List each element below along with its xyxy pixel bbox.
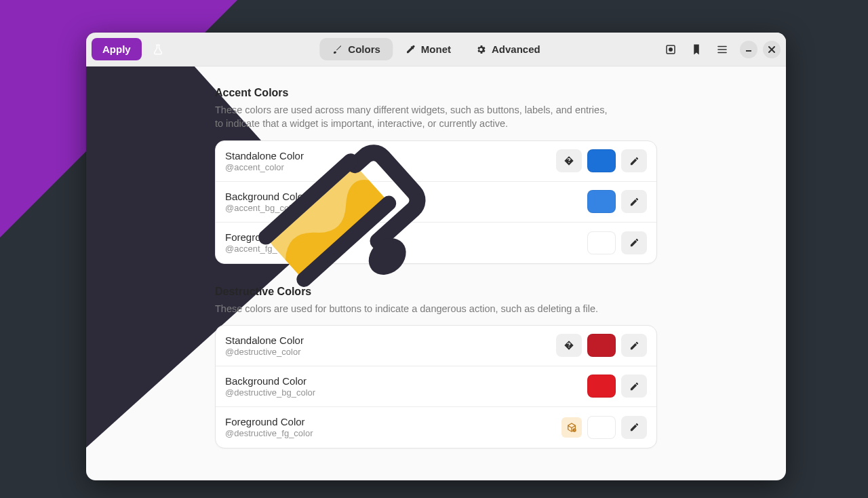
flatpak-badge[interactable]: i xyxy=(561,417,582,438)
package-icon: i xyxy=(566,422,577,433)
row-title: Foreground Color xyxy=(225,231,587,243)
app-window: Apply Colors Monet Advanced xyxy=(86,33,786,480)
edit-button[interactable] xyxy=(621,375,647,398)
destructive-standalone-row: Standalone Color @destructive_color xyxy=(216,326,656,366)
color-swatch[interactable] xyxy=(587,416,616,439)
section-desc-destructive: These colors are used for buttons to ind… xyxy=(215,302,615,315)
tab-monet-label: Monet xyxy=(421,43,451,55)
accent-foreground-row: Foreground Color @accent_fg_color xyxy=(216,223,656,263)
pencil-icon xyxy=(629,197,639,207)
header-bar: Apply Colors Monet Advanced xyxy=(86,33,786,66)
destructive-foreground-row: Foreground Color @destructive_fg_color i xyxy=(216,407,656,448)
accent-background-row: Background Color @accent_bg_color xyxy=(216,182,656,223)
tab-colors[interactable]: Colors xyxy=(319,38,393,60)
row-subtitle: @destructive_bg_color xyxy=(225,387,587,398)
row-title: Background Color xyxy=(225,375,587,387)
minimize-icon xyxy=(745,46,752,53)
row-subtitle: @destructive_fg_color xyxy=(225,428,561,438)
color-swatch[interactable] xyxy=(587,231,616,254)
info-button[interactable] xyxy=(556,334,582,357)
beaker-icon-button[interactable] xyxy=(146,37,170,62)
pencil-icon xyxy=(629,237,639,248)
tab-colors-label: Colors xyxy=(348,43,380,55)
close-button[interactable] xyxy=(763,41,781,58)
edit-button[interactable] xyxy=(621,149,647,172)
menu-button[interactable] xyxy=(710,37,734,62)
destructive-background-row: Background Color @destructive_bg_color xyxy=(216,366,656,407)
tab-switcher: Colors Monet Advanced xyxy=(319,38,552,60)
row-subtitle: @accent_bg_color xyxy=(225,203,587,213)
destructive-card: Standalone Color @destructive_color Back… xyxy=(215,325,657,448)
row-title: Foreground Color xyxy=(225,416,561,427)
beaker-icon xyxy=(152,43,164,56)
svg-point-1 xyxy=(669,47,673,51)
row-title: Standalone Color xyxy=(225,334,556,346)
tab-monet[interactable]: Monet xyxy=(393,38,463,60)
tab-advanced[interactable]: Advanced xyxy=(463,38,553,60)
row-subtitle: @accent_fg_color xyxy=(225,244,587,254)
color-swatch[interactable] xyxy=(587,190,616,213)
eyedropper-icon xyxy=(405,44,416,55)
pencil-icon xyxy=(629,381,639,391)
palette-button[interactable] xyxy=(684,37,709,62)
row-subtitle: @accent_color xyxy=(225,162,556,172)
brush-icon xyxy=(332,44,342,55)
color-swatch[interactable] xyxy=(587,334,616,357)
pencil-icon xyxy=(629,422,639,432)
color-swatch[interactable] xyxy=(587,149,616,172)
gear-icon xyxy=(475,44,486,55)
layers-icon xyxy=(665,43,677,56)
accent-standalone-row: Standalone Color @accent_color xyxy=(216,141,656,182)
edit-button[interactable] xyxy=(621,190,647,213)
question-icon xyxy=(564,155,574,166)
edit-button[interactable] xyxy=(621,416,647,439)
presets-button[interactable] xyxy=(658,37,683,62)
question-icon xyxy=(564,340,574,351)
color-swatch[interactable] xyxy=(587,375,616,398)
palette-icon xyxy=(690,43,703,56)
row-title: Standalone Color xyxy=(225,150,556,161)
content-area: Accent Colors These colors are used acro… xyxy=(86,66,786,480)
accent-card: Standalone Color @accent_color Backgroun… xyxy=(215,140,657,264)
edit-button[interactable] xyxy=(621,231,647,254)
section-title-accent: Accent Colors xyxy=(215,87,657,99)
tab-advanced-label: Advanced xyxy=(492,43,540,55)
row-title: Background Color xyxy=(225,191,587,202)
section-desc-accent: These colors are used across many differ… xyxy=(215,103,615,131)
hamburger-icon xyxy=(716,43,728,56)
edit-button[interactable] xyxy=(621,334,647,357)
minimize-button[interactable] xyxy=(740,41,757,58)
pencil-icon xyxy=(629,156,639,166)
section-title-destructive: Destructive Colors xyxy=(215,286,657,298)
pencil-icon xyxy=(629,341,639,351)
close-icon xyxy=(768,46,775,53)
row-subtitle: @destructive_color xyxy=(225,347,556,357)
apply-button[interactable]: Apply xyxy=(92,38,142,60)
info-button[interactable] xyxy=(556,149,582,172)
